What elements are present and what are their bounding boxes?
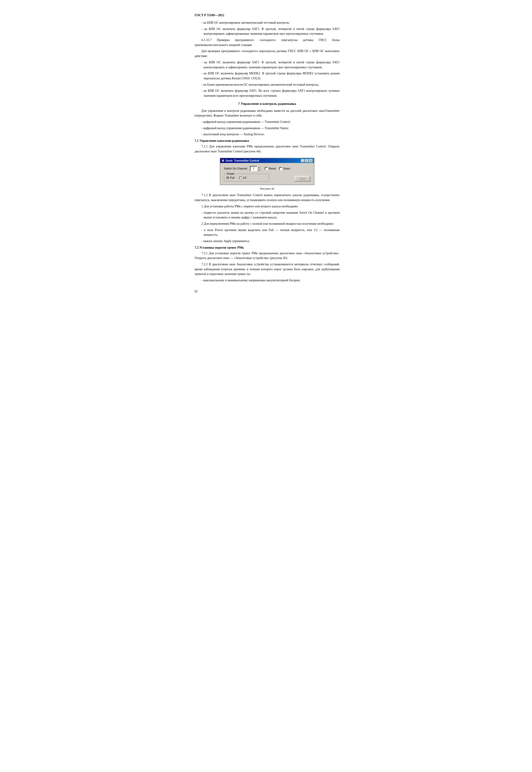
header-title: ГОСТ Р 55109—2012 (195, 14, 340, 17)
minimize-button[interactable]: _ (301, 159, 305, 162)
p712-item-2: 2 Для переключения РМк на работу с полно… (195, 221, 340, 226)
p712: 7.1.2 В диалоговом окне Transmitter Cont… (195, 193, 340, 203)
spin-down-button[interactable]: ▼ (257, 168, 260, 171)
reset-checkbox-item[interactable]: Reset (265, 167, 276, 170)
dialog-row-1: Switch On Channel: ▲ ▼ Reset Down (224, 166, 310, 171)
p711: 7.1.1 Для управления каналами РМк предна… (195, 144, 340, 154)
power-group: Power Full 1/2 (224, 174, 269, 181)
p712-item-0: 1 Для установки работы РМк с первого или… (195, 204, 340, 209)
spin-buttons[interactable]: ▲ ▼ (257, 166, 260, 171)
dialog-titlebar-icon: ⊞ (222, 159, 224, 162)
down-checkbox-item[interactable]: Down (279, 167, 290, 170)
para-7: - на блоке приемовычислителя ОС контроли… (197, 82, 340, 87)
maximize-button[interactable]: □ (305, 159, 309, 162)
down-label: Down (283, 167, 290, 170)
dialog-row-2: Power Full 1/2 Apply (224, 173, 310, 181)
p712-item-1: - подвести указатель мыши на кнопку со с… (197, 210, 340, 220)
full-radio-item[interactable]: Full (226, 176, 234, 179)
para-1: - на БПВ ОС контролировать автоматически… (197, 20, 340, 25)
sub72-heading: 7.2 Установка порогов тревог РМк (195, 246, 340, 250)
section7-heading: 7 Управление и контроль радиомаяка (195, 102, 340, 106)
section7-intro: Для управления и контроля радиомаяка нео… (195, 108, 340, 118)
reset-label: Reset (269, 167, 276, 170)
spin-up-button[interactable]: ▲ (257, 166, 260, 168)
half-radio-item[interactable]: 1/2 (239, 176, 247, 179)
checkbox-group: Reset Down (265, 167, 290, 170)
reset-checkbox[interactable] (265, 167, 268, 170)
down-checkbox[interactable] (279, 167, 282, 170)
full-label: Full (230, 176, 234, 179)
dialog-title: Doob: Transmitter Control (225, 159, 259, 162)
section7-item-1: - цифровой выход управления радиомаяком … (197, 126, 340, 131)
para-5: - на БПВ ОС включить формуляр SAT1. В тр… (197, 60, 340, 70)
para-2: - на БПВ ОС включить формуляр SAT1. В тр… (197, 27, 340, 36)
p721: 7.2.1 Для установки порогов тревог РМк п… (195, 251, 340, 261)
para-8: - на БПВ ОС включить формуляр SAT1. Во в… (197, 88, 340, 98)
figure-caption: Рисунок 44 (260, 187, 274, 190)
switch-label: Switch On Channel: (224, 167, 248, 170)
dialog-body: Switch On Channel: ▲ ▼ Reset Down (220, 163, 314, 184)
para-4: Для проверки программного «холодного» пе… (195, 49, 340, 58)
p722: 7.2.2 В диалоговом окне Аналоговые устро… (195, 262, 340, 277)
full-radio[interactable] (226, 176, 229, 179)
para-3: 6.1.33.7 Проверка программного «холодног… (195, 38, 340, 47)
half-radio[interactable] (239, 176, 242, 179)
half-label: 1/2 (243, 176, 247, 179)
para-6: - на БПВ ОС включить формуляр MODE2. В т… (197, 71, 340, 81)
dialog-titlebar-buttons[interactable]: _ □ × (301, 159, 313, 162)
close-button[interactable]: × (309, 159, 313, 162)
p712-item-3: - в поле Power щелчком мыши выделить или… (197, 228, 340, 237)
p712-item-4: - нажать кнопку Apply (применить). (197, 239, 340, 244)
sub71-heading: 7.1 Управление каналами радиомаяка (195, 139, 340, 143)
apply-button[interactable]: Apply (295, 176, 310, 181)
page-number: 62 (195, 290, 340, 293)
dialog-window: ⊞ Doob: Transmitter Control _ □ × Switch… (220, 158, 314, 185)
section7-item-2: - аналоговый вход контроля — Analog Devi… (197, 132, 340, 137)
figure-44-container: ⊞ Doob: Transmitter Control _ □ × Switch… (195, 158, 340, 190)
spin-container[interactable]: ▲ ▼ (250, 166, 260, 171)
section7-item-0: - цифровой выход управления радиомаяком … (197, 119, 340, 124)
spin-input[interactable] (250, 166, 257, 171)
dialog-titlebar: ⊞ Doob: Transmitter Control _ □ × (220, 158, 314, 163)
radio-group: Full 1/2 (226, 176, 266, 179)
dialog-titlebar-left: ⊞ Doob: Transmitter Control (222, 159, 259, 162)
p722-item-0: - максимальному и минимальному напряжени… (197, 278, 340, 283)
power-legend: Power (226, 172, 235, 175)
